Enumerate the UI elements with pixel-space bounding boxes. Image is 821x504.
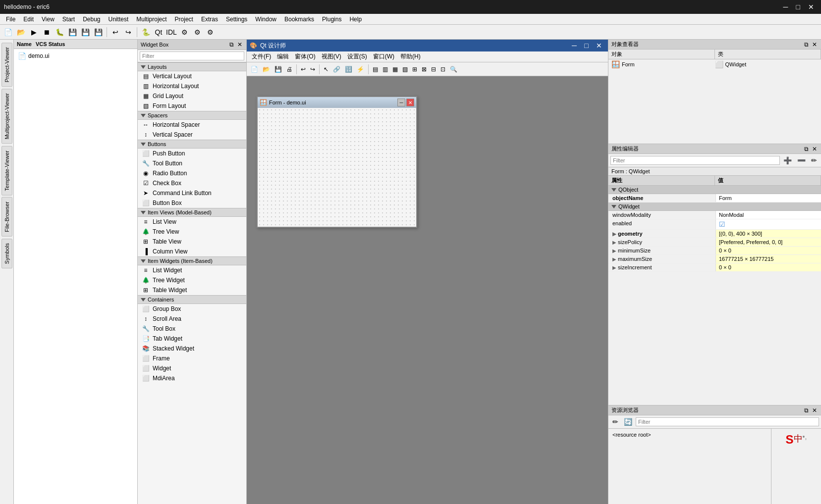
widget-item-tree-view[interactable]: 🌲 Tree View [138, 227, 246, 237]
toolbar-idl[interactable]: IDL [165, 26, 177, 38]
sidebar-tab-template[interactable]: Template-Viewer [1, 146, 12, 196]
rb-resource-root[interactable]: <resource root> [610, 431, 769, 439]
qt-toolbar-layout1[interactable]: ▤ [371, 64, 380, 75]
widget-category-spacers[interactable]: Spacers [138, 111, 246, 120]
widget-category-layouts[interactable]: Layouts [138, 62, 246, 71]
qt-close-button[interactable]: ✕ [593, 41, 605, 50]
widget-category-buttons[interactable]: Buttons [138, 140, 246, 149]
widget-item-frame[interactable]: ⬜ Frame [138, 353, 246, 363]
form-minimize[interactable]: ─ [397, 99, 405, 106]
project-header-name[interactable]: Name [17, 41, 32, 47]
qt-toolbar-layout3[interactable]: ▦ [390, 64, 400, 75]
rb-float-button[interactable]: ⧉ [803, 407, 810, 414]
rb-reload-button[interactable]: 🔄 [622, 417, 634, 427]
qt-toolbar-layout6[interactable]: ⊠ [420, 64, 429, 75]
toolbar-open[interactable]: 📂 [15, 26, 27, 38]
pe-edit-button[interactable]: ✏ [809, 155, 819, 165]
widget-item-table-widget[interactable]: ⊞ Table Widget [138, 285, 246, 295]
widget-item-push-button[interactable]: ⬜ Push Button [138, 149, 246, 158]
qt-maximize-button[interactable]: □ [581, 41, 591, 50]
widget-filter-input[interactable] [140, 51, 244, 60]
qt-toolbar-buddy[interactable]: 🔗 [331, 64, 342, 75]
qt-toolbar-redo[interactable]: ↪ [308, 64, 317, 75]
toolbar-extra2[interactable]: ⚙ [191, 26, 203, 38]
oi-row-form[interactable]: 🪟 Form ⬜ QWidget [608, 59, 821, 69]
menu-multiproject[interactable]: Multiproject [132, 16, 170, 23]
qt-toolbar-signal[interactable]: ⚡ [355, 64, 366, 75]
toolbar-debug[interactable]: 🐛 [54, 26, 65, 38]
close-button[interactable]: ✕ [805, 2, 817, 12]
menu-bookmarks[interactable]: Bookmarks [280, 16, 318, 23]
qt-menu-view[interactable]: 视图(V) [319, 52, 344, 61]
widget-item-radio-button[interactable]: ◉ Radio Button [138, 168, 246, 178]
sidebar-tab-symbols[interactable]: Symbols [1, 239, 12, 268]
pe-val-minimumsize[interactable]: 0 × 0 [716, 247, 821, 254]
project-header-vcs[interactable]: VCS Status [36, 41, 65, 47]
qt-toolbar-taborder[interactable]: 🔢 [343, 64, 354, 75]
qt-toolbar-new[interactable]: 📄 [249, 64, 260, 75]
qt-menu-form[interactable]: 窗体(O) [292, 52, 318, 61]
pe-filter-input[interactable] [610, 156, 780, 165]
widget-item-scroll-area[interactable]: ↕ Scroll Area [138, 314, 246, 324]
widget-item-group-box[interactable]: ⬜ Group Box [138, 304, 246, 314]
toolbar-save[interactable]: 💾 [66, 26, 78, 38]
widget-item-tab-widget[interactable]: 📑 Tab Widget [138, 334, 246, 344]
qt-toolbar-select[interactable]: ↖ [322, 64, 330, 75]
menu-settings[interactable]: Settings [222, 16, 251, 23]
widget-box-float[interactable]: ⧉ [228, 41, 235, 48]
qt-toolbar-open[interactable]: 📂 [261, 64, 272, 75]
rb-filter-input[interactable] [636, 417, 819, 426]
toolbar-python[interactable]: 🐍 [140, 26, 152, 38]
qt-minimize-button[interactable]: ─ [569, 41, 580, 50]
pe-val-maximumsize[interactable]: 16777215 × 16777215 [716, 255, 821, 263]
widget-item-tree-widget[interactable]: 🌲 Tree Widget [138, 275, 246, 285]
menu-extras[interactable]: Extras [197, 16, 222, 23]
qt-toolbar-layout7[interactable]: ⊟ [429, 64, 438, 75]
widget-item-table-view[interactable]: ⊞ Table View [138, 237, 246, 247]
widget-item-widget[interactable]: ⬜ Widget [138, 363, 246, 373]
toolbar-save3[interactable]: 💾 [92, 26, 104, 38]
pe-val-sizepolicy[interactable]: [Preferred, Preferred, 0, 0] [716, 238, 821, 246]
oi-float-button[interactable]: ⧉ [803, 41, 810, 48]
widget-item-mdiarea[interactable]: ⬜ MdiArea [138, 373, 246, 383]
pe-val-sizeincrement[interactable]: 0 × 0 [716, 263, 821, 271]
toolbar-run[interactable]: ▶ [28, 26, 40, 38]
qt-toolbar-save[interactable]: 💾 [273, 64, 284, 75]
widget-item-tool-button[interactable]: 🔧 Tool Button [138, 158, 246, 168]
pe-val-geometry[interactable]: [(0, 0), 400 × 300] [716, 230, 821, 238]
widget-item-tool-box[interactable]: 🔧 Tool Box [138, 324, 246, 334]
toolbar-qt[interactable]: Qt [153, 26, 164, 38]
qt-menu-help[interactable]: 帮助(H) [397, 52, 424, 61]
toolbar-stop[interactable]: ⏹ [41, 26, 53, 38]
toolbar-save2[interactable]: 💾 [79, 26, 91, 38]
toolbar-new[interactable]: 📄 [2, 26, 14, 38]
menu-start[interactable]: Start [58, 16, 79, 23]
qt-menu-settings[interactable]: 设置(S) [344, 52, 370, 61]
widget-item-grid-layout[interactable]: ▦ Grid Layout [138, 91, 246, 101]
pe-remove-button[interactable]: ➖ [795, 155, 808, 165]
form-close[interactable]: ✕ [406, 99, 414, 106]
menu-file[interactable]: File [2, 16, 19, 23]
qt-toolbar-layout2[interactable]: ▥ [381, 64, 390, 75]
sidebar-tab-multiproject[interactable]: Multiproject-Viewer [1, 89, 12, 144]
qt-toolbar-layout8[interactable]: ⊡ [438, 64, 447, 75]
toolbar-extra3[interactable]: ⚙ [204, 26, 216, 38]
pe-val-objectname[interactable]: Form [716, 194, 821, 202]
toolbar-redo[interactable]: ↪ [122, 26, 134, 38]
widget-item-column-view[interactable]: ▐ Column View [138, 247, 246, 256]
oi-close-button[interactable]: ✕ [811, 41, 818, 48]
sidebar-tab-file-browser[interactable]: File-Browser [1, 197, 12, 237]
menu-help[interactable]: Help [345, 16, 366, 23]
qt-toolbar-layout9[interactable]: 🔍 [448, 64, 459, 75]
qt-menu-edit[interactable]: 编辑 [274, 52, 292, 61]
pe-val-enabled[interactable]: ☑ [716, 219, 821, 229]
widget-category-item-views[interactable]: Item Views (Model-Based) [138, 208, 246, 217]
qt-menu-window[interactable]: 窗口(W) [370, 52, 397, 61]
widget-category-containers[interactable]: Containers [138, 295, 246, 304]
widget-item-button-box[interactable]: ⬜ Button Box [138, 198, 246, 208]
menu-edit[interactable]: Edit [19, 16, 38, 23]
maximize-button[interactable]: □ [793, 2, 803, 12]
qt-toolbar-layout4[interactable]: ▧ [400, 64, 410, 75]
widget-item-check-box[interactable]: ☑ Check Box [138, 178, 246, 188]
widget-category-item-widgets[interactable]: Item Widgets (Item-Based) [138, 256, 246, 265]
